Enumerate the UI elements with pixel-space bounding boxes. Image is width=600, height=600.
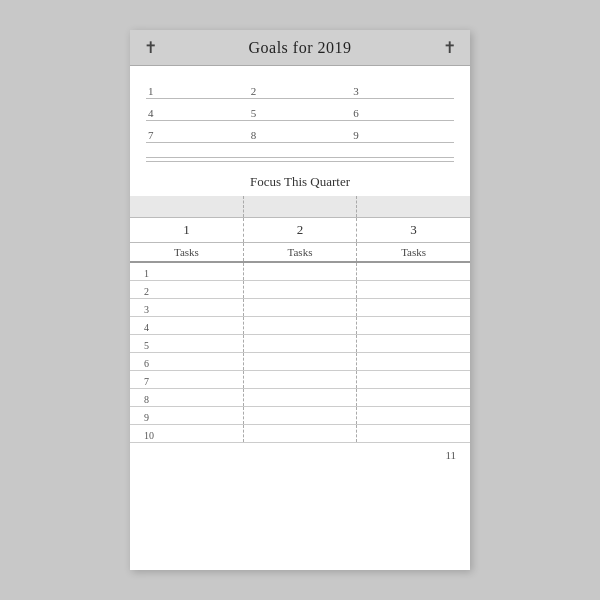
task-line-row-3: 3	[130, 298, 470, 316]
focus-section: Focus This Quarter 1 2 3 Tasks Tasks Tas…	[130, 162, 470, 443]
header: ✝ Goals for 2019 ✝	[130, 30, 470, 66]
focus-header-col-1	[130, 196, 243, 218]
task-line-num-7: 7	[130, 370, 243, 388]
focus-table: 1 2 3 Tasks Tasks Tasks 1 2 3	[130, 196, 470, 443]
goal-cell-3: 3	[351, 76, 454, 98]
goal-cell-8: 8	[249, 120, 352, 142]
task-line-row-6: 6	[130, 352, 470, 370]
focus-header-col-2	[243, 196, 356, 218]
focus-header-shaded-row	[130, 196, 470, 218]
page: ✝ Goals for 2019 ✝ 1 2 3 4 5 6 7 8 9	[130, 30, 470, 570]
goals-grid: 1 2 3 4 5 6 7 8 9	[146, 76, 454, 143]
focus-col-num-3: 3	[357, 218, 470, 243]
goal-cell-5: 5	[249, 98, 352, 120]
page-title: Goals for 2019	[157, 39, 443, 57]
tasks-label-2: Tasks	[243, 243, 356, 263]
task-line-row-1: 1	[130, 262, 470, 280]
task-line-row-2: 2	[130, 280, 470, 298]
focus-header-col-3	[357, 196, 470, 218]
page-number: 11	[130, 443, 470, 465]
goal-cell-2: 2	[249, 76, 352, 98]
task-line-num-5: 5	[130, 334, 243, 352]
focus-col-num-2: 2	[243, 218, 356, 243]
task-line-num-10: 10	[130, 424, 243, 442]
tasks-label-row: Tasks Tasks Tasks	[130, 243, 470, 263]
task-line-row-9: 9	[130, 406, 470, 424]
task-line-row-7: 7	[130, 370, 470, 388]
separator-1	[146, 157, 454, 158]
tasks-label-1: Tasks	[130, 243, 243, 263]
focus-num-row: 1 2 3	[130, 218, 470, 243]
right-cross-icon: ✝	[443, 38, 456, 57]
goal-cell-9: 9	[351, 120, 454, 142]
task-line-num-9: 9	[130, 406, 243, 424]
task-line-num-4: 4	[130, 316, 243, 334]
goal-cell-1: 1	[146, 76, 249, 98]
task-line-row-5: 5	[130, 334, 470, 352]
task-line-num-8: 8	[130, 388, 243, 406]
task-line-row-10: 10	[130, 424, 470, 442]
goals-row-1: 1 2 3	[146, 76, 454, 98]
goals-row-3: 7 8 9	[146, 120, 454, 142]
goal-cell-7: 7	[146, 120, 249, 142]
goals-row-2: 4 5 6	[146, 98, 454, 120]
focus-title: Focus This Quarter	[130, 170, 470, 196]
task-line-num-3: 3	[130, 298, 243, 316]
task-line-row-8: 8	[130, 388, 470, 406]
task-line-num-6: 6	[130, 352, 243, 370]
focus-col-num-1: 1	[130, 218, 243, 243]
tasks-label-3: Tasks	[357, 243, 470, 263]
goal-cell-4: 4	[146, 98, 249, 120]
task-line-row-4: 4	[130, 316, 470, 334]
left-cross-icon: ✝	[144, 38, 157, 57]
goals-section: 1 2 3 4 5 6 7 8 9	[130, 66, 470, 151]
goal-cell-6: 6	[351, 98, 454, 120]
task-line-num-1: 1	[130, 262, 243, 280]
task-line-num-2: 2	[130, 280, 243, 298]
